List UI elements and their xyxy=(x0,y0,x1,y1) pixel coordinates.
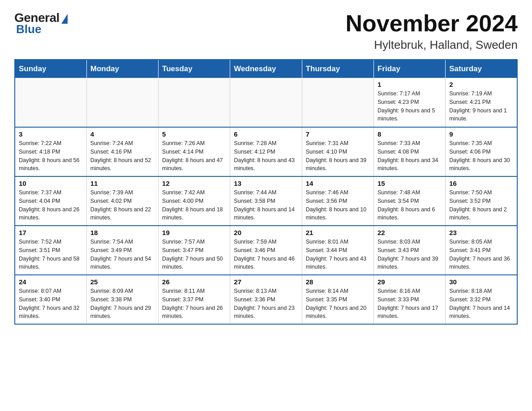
calendar-cell: 24Sunrise: 8:07 AMSunset: 3:40 PMDayligh… xyxy=(15,275,86,324)
day-number: 15 xyxy=(378,180,442,187)
day-info: Sunrise: 8:13 AMSunset: 3:36 PMDaylight:… xyxy=(234,287,298,321)
day-info: Sunrise: 7:35 AMSunset: 4:06 PMDaylight:… xyxy=(449,139,513,173)
day-number: 17 xyxy=(19,229,83,236)
calendar-cell: 6Sunrise: 7:28 AMSunset: 4:12 PMDaylight… xyxy=(230,127,302,176)
day-number: 25 xyxy=(90,278,154,286)
calendar-cell: 9Sunrise: 7:35 AMSunset: 4:06 PMDaylight… xyxy=(446,127,517,176)
day-number: 27 xyxy=(234,278,298,286)
calendar-cell: 12Sunrise: 7:42 AMSunset: 4:00 PMDayligh… xyxy=(159,176,230,226)
day-info: Sunrise: 8:11 AMSunset: 3:37 PMDaylight:… xyxy=(162,287,226,321)
day-info: Sunrise: 7:42 AMSunset: 4:00 PMDaylight:… xyxy=(162,188,226,222)
day-number: 9 xyxy=(449,130,513,138)
day-info: Sunrise: 7:46 AMSunset: 3:56 PMDaylight:… xyxy=(306,188,370,222)
calendar-cell xyxy=(86,78,158,127)
calendar-cell xyxy=(15,78,86,127)
calendar-cell: 3Sunrise: 7:22 AMSunset: 4:18 PMDaylight… xyxy=(15,127,86,176)
day-info: Sunrise: 8:05 AMSunset: 3:41 PMDaylight:… xyxy=(449,238,513,271)
day-number: 6 xyxy=(234,130,298,138)
day-info: Sunrise: 7:26 AMSunset: 4:14 PMDaylight:… xyxy=(162,139,226,173)
day-number: 4 xyxy=(90,130,154,138)
calendar-cell: 27Sunrise: 8:13 AMSunset: 3:36 PMDayligh… xyxy=(230,275,302,324)
calendar-cell: 7Sunrise: 7:31 AMSunset: 4:10 PMDaylight… xyxy=(302,127,373,176)
weekday-header-tuesday: Tuesday xyxy=(159,60,230,78)
day-number: 1 xyxy=(378,81,442,88)
page-header: General Blue November 2024 Hyltebruk, Ha… xyxy=(14,11,518,52)
calendar-cell xyxy=(230,78,302,127)
day-info: Sunrise: 7:57 AMSunset: 3:47 PMDaylight:… xyxy=(162,238,226,271)
day-info: Sunrise: 8:01 AMSunset: 3:44 PMDaylight:… xyxy=(306,238,370,271)
day-info: Sunrise: 8:03 AMSunset: 3:43 PMDaylight:… xyxy=(378,238,442,271)
calendar-cell xyxy=(159,78,230,127)
calendar-cell xyxy=(302,78,373,127)
day-info: Sunrise: 7:28 AMSunset: 4:12 PMDaylight:… xyxy=(234,139,298,173)
day-info: Sunrise: 7:59 AMSunset: 3:46 PMDaylight:… xyxy=(234,238,298,271)
logo: General Blue xyxy=(14,11,68,36)
calendar-cell: 16Sunrise: 7:50 AMSunset: 3:52 PMDayligh… xyxy=(446,176,517,226)
day-info: Sunrise: 7:33 AMSunset: 4:08 PMDaylight:… xyxy=(378,139,442,173)
day-number: 26 xyxy=(162,278,226,286)
calendar-week-row: 17Sunrise: 7:52 AMSunset: 3:51 PMDayligh… xyxy=(15,226,517,275)
day-number: 21 xyxy=(306,229,370,236)
day-info: Sunrise: 7:50 AMSunset: 3:52 PMDaylight:… xyxy=(449,188,513,222)
day-number: 5 xyxy=(162,130,226,138)
weekday-header-sunday: Sunday xyxy=(15,60,86,78)
calendar-cell: 21Sunrise: 8:01 AMSunset: 3:44 PMDayligh… xyxy=(302,226,373,275)
calendar-cell: 22Sunrise: 8:03 AMSunset: 3:43 PMDayligh… xyxy=(373,226,445,275)
day-info: Sunrise: 8:14 AMSunset: 3:35 PMDaylight:… xyxy=(306,287,370,321)
day-info: Sunrise: 7:24 AMSunset: 4:16 PMDaylight:… xyxy=(90,139,154,173)
day-number: 10 xyxy=(19,180,83,187)
day-info: Sunrise: 7:48 AMSunset: 3:54 PMDaylight:… xyxy=(378,188,442,222)
day-info: Sunrise: 8:07 AMSunset: 3:40 PMDaylight:… xyxy=(19,287,83,321)
day-number: 22 xyxy=(378,229,442,236)
day-number: 16 xyxy=(449,180,513,187)
calendar-cell: 10Sunrise: 7:37 AMSunset: 4:04 PMDayligh… xyxy=(15,176,86,226)
calendar-week-row: 3Sunrise: 7:22 AMSunset: 4:18 PMDaylight… xyxy=(15,127,517,176)
calendar-cell: 29Sunrise: 8:16 AMSunset: 3:33 PMDayligh… xyxy=(373,275,445,324)
calendar-week-row: 24Sunrise: 8:07 AMSunset: 3:40 PMDayligh… xyxy=(15,275,517,324)
day-info: Sunrise: 7:52 AMSunset: 3:51 PMDaylight:… xyxy=(19,238,83,271)
day-number: 19 xyxy=(162,229,226,236)
day-number: 3 xyxy=(19,130,83,138)
calendar-cell: 2Sunrise: 7:19 AMSunset: 4:21 PMDaylight… xyxy=(446,78,517,127)
day-number: 8 xyxy=(378,130,442,138)
calendar-cell: 19Sunrise: 7:57 AMSunset: 3:47 PMDayligh… xyxy=(159,226,230,275)
weekday-header-wednesday: Wednesday xyxy=(230,60,302,78)
weekday-header-monday: Monday xyxy=(86,60,158,78)
calendar-week-row: 10Sunrise: 7:37 AMSunset: 4:04 PMDayligh… xyxy=(15,176,517,226)
calendar-cell: 30Sunrise: 8:18 AMSunset: 3:32 PMDayligh… xyxy=(446,275,517,324)
title-section: November 2024 Hyltebruk, Halland, Sweden xyxy=(346,11,518,52)
day-number: 11 xyxy=(90,180,154,187)
day-info: Sunrise: 7:54 AMSunset: 3:49 PMDaylight:… xyxy=(90,238,154,271)
day-info: Sunrise: 7:19 AMSunset: 4:21 PMDaylight:… xyxy=(449,90,513,123)
day-number: 12 xyxy=(162,180,226,187)
day-info: Sunrise: 7:22 AMSunset: 4:18 PMDaylight:… xyxy=(19,139,83,173)
calendar-table: SundayMondayTuesdayWednesdayThursdayFrid… xyxy=(14,59,518,325)
day-number: 13 xyxy=(234,180,298,187)
day-info: Sunrise: 8:16 AMSunset: 3:33 PMDaylight:… xyxy=(378,287,442,321)
day-number: 30 xyxy=(449,278,513,286)
logo-blue-text: Blue xyxy=(16,22,41,36)
calendar-cell: 11Sunrise: 7:39 AMSunset: 4:02 PMDayligh… xyxy=(86,176,158,226)
calendar-cell: 26Sunrise: 8:11 AMSunset: 3:37 PMDayligh… xyxy=(159,275,230,324)
calendar-cell: 20Sunrise: 7:59 AMSunset: 3:46 PMDayligh… xyxy=(230,226,302,275)
calendar-cell: 25Sunrise: 8:09 AMSunset: 3:38 PMDayligh… xyxy=(86,275,158,324)
day-number: 29 xyxy=(378,278,442,286)
calendar-cell: 23Sunrise: 8:05 AMSunset: 3:41 PMDayligh… xyxy=(446,226,517,275)
day-info: Sunrise: 8:09 AMSunset: 3:38 PMDaylight:… xyxy=(90,287,154,321)
calendar-cell: 13Sunrise: 7:44 AMSunset: 3:58 PMDayligh… xyxy=(230,176,302,226)
weekday-header-saturday: Saturday xyxy=(446,60,517,78)
weekday-header-friday: Friday xyxy=(373,60,445,78)
location-subtitle: Hyltebruk, Halland, Sweden xyxy=(346,38,518,52)
calendar-cell: 18Sunrise: 7:54 AMSunset: 3:49 PMDayligh… xyxy=(86,226,158,275)
day-number: 20 xyxy=(234,229,298,236)
day-info: Sunrise: 7:44 AMSunset: 3:58 PMDaylight:… xyxy=(234,188,298,222)
day-info: Sunrise: 7:37 AMSunset: 4:04 PMDaylight:… xyxy=(19,188,83,222)
day-info: Sunrise: 8:18 AMSunset: 3:32 PMDaylight:… xyxy=(449,287,513,321)
day-info: Sunrise: 7:39 AMSunset: 4:02 PMDaylight:… xyxy=(90,188,154,222)
month-year-title: November 2024 xyxy=(346,11,518,36)
day-number: 23 xyxy=(449,229,513,236)
calendar-cell: 15Sunrise: 7:48 AMSunset: 3:54 PMDayligh… xyxy=(373,176,445,226)
day-number: 7 xyxy=(306,130,370,138)
calendar-week-row: 1Sunrise: 7:17 AMSunset: 4:23 PMDaylight… xyxy=(15,78,517,127)
weekday-header-thursday: Thursday xyxy=(302,60,373,78)
